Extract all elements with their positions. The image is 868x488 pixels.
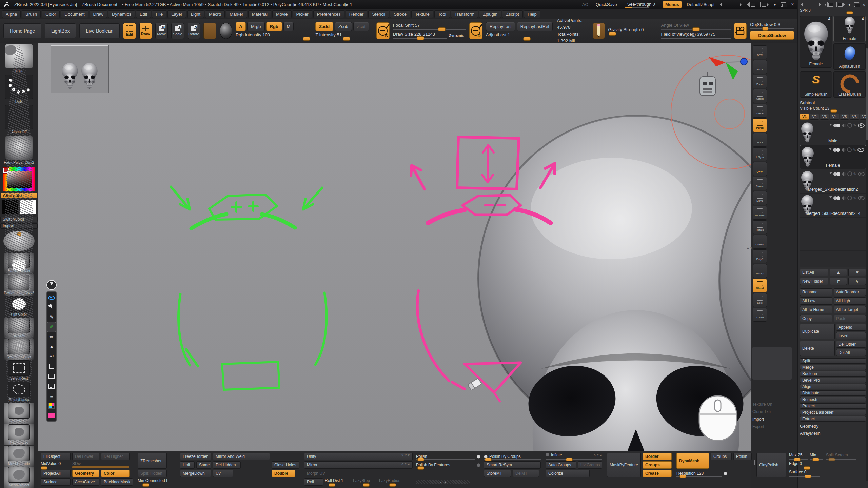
new-folder-button[interactable]: New Folder [800, 278, 828, 285]
stack-button-project[interactable]: Project [800, 403, 866, 409]
shelf-button-solo[interactable]: Solo [753, 293, 767, 307]
menu-item-help[interactable]: Help [524, 10, 540, 18]
del-other-button[interactable]: Del Other [836, 341, 866, 348]
mid-value-slider[interactable]: MidValue 0 [41, 461, 71, 469]
copy-button[interactable]: Copy [800, 315, 832, 322]
zcut-button[interactable]: Zcut [353, 22, 369, 31]
shelf-button-bpr[interactable]: BPR [753, 45, 767, 59]
subtool-item-merged-skull-decimation2[interactable]: ✎ Merged_Skull-decimation2 [800, 169, 866, 194]
backface-mask-button[interactable]: BackfaceMask [101, 478, 133, 486]
minimize-icon[interactable]: ▾ [774, 2, 776, 7]
show-hide-icon[interactable] [47, 293, 56, 302]
quicksave-button[interactable]: QuickSave [593, 1, 620, 8]
all-high-button[interactable]: All High [834, 297, 866, 305]
cascade-left-icon[interactable] [747, 2, 755, 7]
live-boolean-button[interactable]: Live Boolean [79, 23, 120, 38]
polypaint-icon[interactable] [833, 172, 841, 176]
shelf-button-aahalf[interactable]: AAHalf [753, 104, 767, 118]
menu-item-macro[interactable]: Macro [205, 10, 225, 18]
min-connected-slider[interactable]: Min Connected I [138, 478, 178, 486]
auto-groups-button[interactable]: Auto Groups [546, 461, 576, 469]
menu-item-tool[interactable]: Tool [434, 10, 450, 18]
panel-scrollbar[interactable] [866, 20, 868, 481]
roll-dist-slider[interactable]: Roll Dist 1 [325, 478, 351, 486]
double-button[interactable]: Double [272, 470, 295, 477]
shelf-button-qxyz[interactable]: Qxyz [753, 162, 767, 176]
menus-button[interactable]: Menus [663, 1, 682, 8]
dyna-groups-button[interactable]: Groups [711, 453, 732, 460]
shelf-button-zoom[interactable]: Zoom [753, 75, 767, 88]
a-toggle-button[interactable]: A [236, 22, 246, 31]
shelf-button-move[interactable]: Move [753, 191, 767, 205]
merge-down-button[interactable]: MergeDown [180, 470, 211, 477]
cascade-right-icon[interactable] [836, 2, 845, 7]
shelf-button-frame[interactable]: Frame [753, 177, 767, 190]
close-holes-button[interactable]: Close Holes [272, 461, 299, 469]
uv-icon[interactable] [847, 123, 852, 128]
shelf-button-l-sym[interactable]: L.Sym [753, 147, 767, 161]
palette-icon[interactable] [47, 401, 56, 410]
version-tab-v3[interactable]: V3 [820, 114, 829, 120]
texture-tray-item-import[interactable]: Import [752, 417, 772, 422]
geometry-button[interactable]: Geometry [72, 470, 99, 477]
uv-button[interactable]: Uv [213, 470, 233, 477]
material-ball-button[interactable] [220, 23, 232, 39]
dynamesh-button[interactable]: DynaMesh [676, 453, 709, 469]
menu-item-stroke[interactable]: Stroke [390, 10, 410, 18]
shelf-button-persp[interactable]: Persp [753, 118, 767, 132]
axis-gizmo[interactable] [709, 57, 747, 80]
draw-pointer-button[interactable]: D [469, 22, 482, 39]
document-canvas[interactable]: ✎ ✐ ✏ ● ↶ ≡ [38, 43, 751, 451]
focal-shift-slider[interactable]: Focal Shift 57 [393, 23, 466, 30]
halfvis-icon[interactable] [842, 196, 846, 200]
subtool-item-female[interactable]: ✎ Female [800, 145, 866, 169]
shelf-button-floor[interactable]: Floor [753, 133, 767, 147]
draw-mode-button[interactable]: Draw [139, 23, 152, 39]
edit-mode-button[interactable]: Edit [123, 23, 136, 39]
zremesher-button[interactable]: ZRemesher [138, 453, 167, 469]
duplicate-button[interactable]: Duplicate [800, 324, 835, 339]
move-up-button[interactable]: ▲ [830, 269, 847, 276]
rgb-button[interactable]: Rgb [266, 22, 282, 31]
brush-chip-icon[interactable]: ✎ [853, 172, 856, 176]
rgb-intensity-slider[interactable]: Rgb Intensity 100 [236, 32, 312, 40]
collapse-icon[interactable]: ▾ [848, 2, 851, 7]
divider-bars-right-icon[interactable] [733, 2, 742, 7]
split-hidden-button[interactable]: Split Hidden [138, 470, 167, 477]
menu-item-preferences[interactable]: Preferences [313, 10, 344, 18]
shelf-button-rotate[interactable]: Rotate [753, 220, 767, 234]
version-tab-v1[interactable]: V1 [800, 114, 809, 120]
menu-item-stencil[interactable]: Stencil [368, 10, 389, 18]
shelf-button-actual[interactable]: Actual [753, 89, 767, 103]
del-lower-button[interactable]: Del Lower [72, 453, 99, 460]
all-to-target-button[interactable]: All To Target [834, 306, 866, 313]
deep-shadow-button[interactable]: DeepShadow [750, 31, 794, 40]
append-button[interactable]: Append [836, 324, 866, 331]
project-all-button[interactable]: ProjectAll [41, 470, 71, 477]
menu-item-zscript[interactable]: Zscript [502, 10, 523, 18]
draw-size-slider[interactable]: Draw Size 228.31243 [393, 32, 447, 39]
visibility-eye-icon[interactable] [858, 123, 865, 128]
shelf-button-polyf[interactable]: PolyF [753, 249, 767, 263]
min-slider[interactable]: Min [810, 453, 823, 460]
tool-slot-eraserbrush[interactable]: EraserBrush [833, 71, 866, 98]
texture-tray-item-export[interactable]: Export [752, 424, 772, 429]
bars-left-icon[interactable] [801, 2, 809, 7]
pencil-icon[interactable]: ✏ [47, 332, 56, 342]
mrgb-button[interactable]: Mrgb [247, 22, 265, 31]
z-intensity-slider[interactable]: Z Intensity 51 [315, 32, 373, 40]
menu-item-texture[interactable]: Texture [411, 10, 433, 18]
smart-resym-button[interactable]: Smart ReSym [484, 461, 541, 469]
divider-bars-left-icon[interactable] [719, 2, 728, 7]
subtool-item-male[interactable]: ✎ Male [800, 121, 866, 145]
pen-icon[interactable]: ✎ [47, 312, 56, 322]
uv-icon[interactable] [847, 147, 852, 152]
pin-icon[interactable] [46, 280, 57, 290]
subtool-title[interactable]: Subtool [800, 100, 866, 105]
stack-button-split[interactable]: Split [800, 358, 866, 364]
replay-last-rel-button[interactable]: ReplayLastRel [517, 22, 553, 31]
del-hidden-button[interactable]: Del Hidden [213, 461, 241, 469]
shelf-button-linefill[interactable]: LineFill [753, 235, 767, 249]
obj-shadow-slider[interactable]: ObjShadow 0.3 [750, 22, 794, 29]
stack-button-extract[interactable]: Extract [800, 416, 866, 422]
